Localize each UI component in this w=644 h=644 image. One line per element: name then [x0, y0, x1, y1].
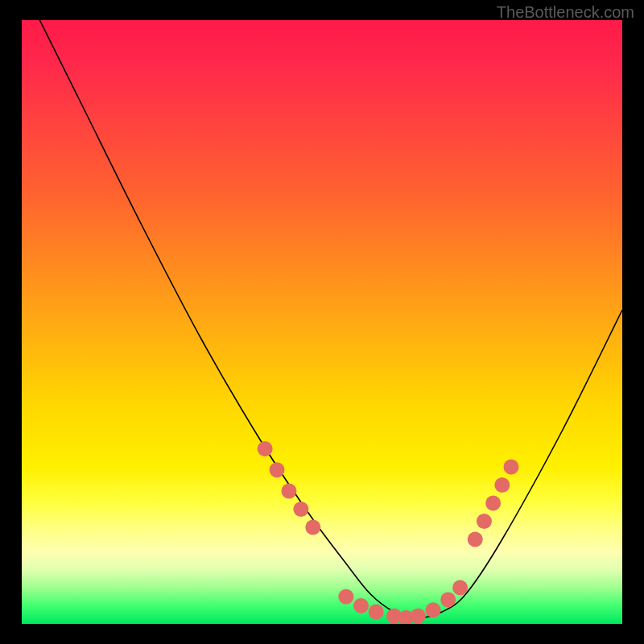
curve-svg: [22, 20, 622, 624]
marker-dot: [477, 514, 492, 529]
marker-dot: [305, 520, 320, 535]
marker-dot: [426, 602, 441, 617]
marker-dot: [494, 477, 510, 493]
curve-markers: [258, 441, 519, 624]
marker-dot: [353, 598, 369, 613]
curve-line: [39, 20, 622, 618]
marker-dot: [411, 609, 426, 624]
marker-dot: [258, 441, 273, 456]
marker-dot: [503, 460, 518, 475]
marker-dot: [338, 589, 353, 605]
chart-frame: TheBottleneck.com: [0, 0, 644, 644]
marker-dot: [369, 605, 384, 620]
marker-dot: [440, 592, 456, 608]
bottleneck-curve: [39, 20, 622, 624]
marker-dot: [293, 502, 308, 517]
marker-dot: [270, 462, 285, 477]
marker-dot: [281, 484, 296, 499]
marker-dot: [468, 532, 483, 547]
plot-area: [22, 20, 622, 624]
marker-dot: [485, 496, 501, 511]
watermark-text: TheBottleneck.com: [497, 3, 634, 22]
marker-dot: [452, 580, 468, 596]
